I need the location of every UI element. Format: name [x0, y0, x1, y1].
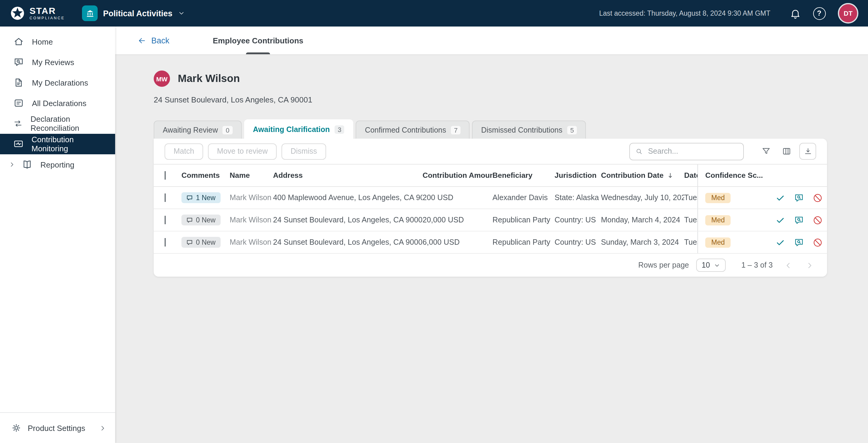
product-settings-button[interactable]: Product Settings	[0, 412, 115, 443]
block-icon	[812, 215, 823, 225]
clarify-comment-icon	[794, 237, 804, 247]
sidebar-item-contribution-monitoring[interactable]: Contribution Monitoring	[0, 134, 115, 154]
tab-employee-contributions[interactable]: Employee Contributions	[197, 27, 319, 54]
cell-amount: 200 USD	[423, 193, 493, 202]
tab-count-badge: 5	[567, 126, 577, 134]
cell-name: Mark Wilson	[230, 238, 273, 247]
columns-icon	[782, 147, 792, 156]
back-button[interactable]: Back	[137, 27, 169, 54]
filter-button[interactable]	[758, 144, 774, 159]
table-header: Comments Name Address Contribution Amoun…	[154, 164, 827, 187]
tab-dismissed-contributions[interactable]: Dismissed Contributions 5	[472, 121, 586, 138]
comment-icon	[186, 217, 193, 223]
pagination-range: 1 – 3 of 3	[741, 261, 773, 270]
chevron-right-icon	[99, 424, 107, 432]
col-address: Address	[273, 171, 423, 180]
tab-label: Dismissed Contributions	[481, 126, 562, 134]
cell-contribution-date: Monday, March 4, 2024	[601, 216, 684, 224]
col-contribution-date[interactable]: Contribution Date	[601, 171, 684, 180]
tab-confirmed-contributions[interactable]: Confirmed Contributions 7	[356, 121, 470, 138]
cell-beneficiary: Republican Party	[493, 238, 555, 247]
search-input[interactable]	[647, 147, 738, 156]
col-contribution-date-label: Contribution Date	[601, 171, 664, 180]
sidebar-item-label: Declaration Reconciliation	[30, 115, 109, 133]
swap-arrows-icon	[13, 118, 23, 129]
chevron-right-icon	[805, 261, 814, 270]
chevron-down-icon	[714, 262, 720, 268]
next-page-button[interactable]	[803, 259, 816, 272]
cell-address: 24 Sunset Boulevard, Los Angeles, CA 900…	[273, 238, 423, 247]
dismiss-button[interactable]: Dismiss	[281, 143, 326, 159]
document-list-icon	[13, 98, 24, 108]
help-icon: ?	[813, 7, 826, 20]
approve-button[interactable]	[775, 237, 785, 248]
dismiss-row-button[interactable]	[812, 237, 823, 248]
previous-page-button[interactable]	[781, 259, 795, 272]
comments-chip[interactable]: 0 New	[181, 215, 220, 225]
confidence-badge: Med	[705, 193, 731, 203]
match-button[interactable]: Match	[164, 143, 203, 159]
tab-awaiting-review[interactable]: Awaiting Review 0	[154, 121, 241, 138]
table-row: 0 New Mark Wilson 24 Sunset Boulevard, L…	[154, 209, 827, 231]
user-avatar[interactable]: DT	[838, 3, 858, 24]
select-all-checkbox[interactable]	[164, 171, 166, 180]
confidence-badge: Med	[705, 237, 731, 247]
table-row: 1 New Mark Wilson 400 Maplewood Avenue, …	[154, 187, 827, 209]
cell-beneficiary: Alexander Davis	[493, 193, 555, 202]
check-icon	[775, 237, 785, 247]
sidebar-item-all-declarations[interactable]: All Declarations	[0, 93, 115, 113]
cell-date: Tuesday	[684, 216, 698, 224]
chevron-down-icon	[178, 10, 185, 17]
sidebar-item-my-reviews[interactable]: My Reviews	[0, 52, 115, 72]
row-checkbox[interactable]	[164, 193, 166, 202]
request-clarification-button[interactable]	[793, 237, 804, 248]
cell-date: Tuesday	[684, 238, 698, 247]
political-activities-icon	[82, 5, 98, 21]
dismiss-row-button[interactable]	[812, 192, 823, 203]
sidebar-item-home[interactable]: Home	[0, 31, 115, 52]
cell-date: Tuesday	[684, 193, 698, 202]
download-icon	[803, 147, 812, 156]
table-row: 0 New Mark Wilson 24 Sunset Boulevard, L…	[154, 231, 827, 254]
col-date: Date	[684, 171, 698, 180]
rows-per-page-select[interactable]: 10	[696, 259, 726, 272]
move-to-review-button[interactable]: Move to review	[208, 143, 277, 159]
block-icon	[812, 237, 823, 247]
comments-chip[interactable]: 1 New	[181, 192, 220, 203]
check-icon	[775, 215, 785, 225]
employee-address: 24 Sunset Boulevard, Los Angeles, CA 900…	[154, 95, 827, 104]
cell-jurisdiction: State: Alaska	[555, 193, 601, 202]
tab-label: Confirmed Contributions	[365, 126, 446, 134]
brand-subname: COMPLIANCE	[30, 17, 65, 21]
cell-name: Mark Wilson	[230, 193, 273, 202]
row-checkbox[interactable]	[164, 238, 166, 247]
cell-address: 24 Sunset Boulevard, Los Angeles, CA 900…	[273, 216, 423, 224]
sidebar-item-label: Home	[32, 37, 53, 46]
sidebar-item-declaration-reconciliation[interactable]: Declaration Reconciliation	[0, 113, 115, 134]
brand-logo: STAR COMPLIANCE	[10, 5, 67, 21]
tab-awaiting-clarification[interactable]: Awaiting Clarification 3	[244, 119, 353, 138]
col-contribution-amount: Contribution Amount	[423, 171, 493, 180]
topbar: STAR COMPLIANCE Political Activities Las…	[0, 0, 868, 27]
request-clarification-button[interactable]	[793, 192, 804, 203]
last-accessed-text: Last accessed: Thursday, August 8, 2024 …	[599, 10, 770, 17]
request-clarification-button[interactable]	[793, 215, 804, 225]
download-button[interactable]	[799, 143, 816, 160]
star-logo-icon	[10, 5, 25, 21]
approve-button[interactable]	[775, 215, 785, 225]
sidebar-item-label: My Reviews	[32, 58, 74, 67]
notifications-button[interactable]	[786, 4, 804, 22]
manage-columns-button[interactable]	[779, 144, 795, 159]
search-box[interactable]	[629, 143, 744, 160]
sidebar-item-reporting[interactable]: Reporting	[0, 154, 115, 175]
employee-avatar: MW	[154, 70, 170, 87]
app-switcher[interactable]: Political Activities	[82, 5, 185, 21]
comments-chip[interactable]: 0 New	[181, 237, 220, 248]
sidebar-item-my-declarations[interactable]: My Declarations	[0, 72, 115, 93]
row-checkbox[interactable]	[164, 216, 166, 224]
approve-button[interactable]	[775, 192, 785, 203]
help-button[interactable]: ?	[810, 4, 828, 22]
col-confidence-score: Confidence Sc...	[698, 164, 770, 186]
bell-icon	[789, 7, 801, 19]
dismiss-row-button[interactable]	[812, 215, 823, 225]
